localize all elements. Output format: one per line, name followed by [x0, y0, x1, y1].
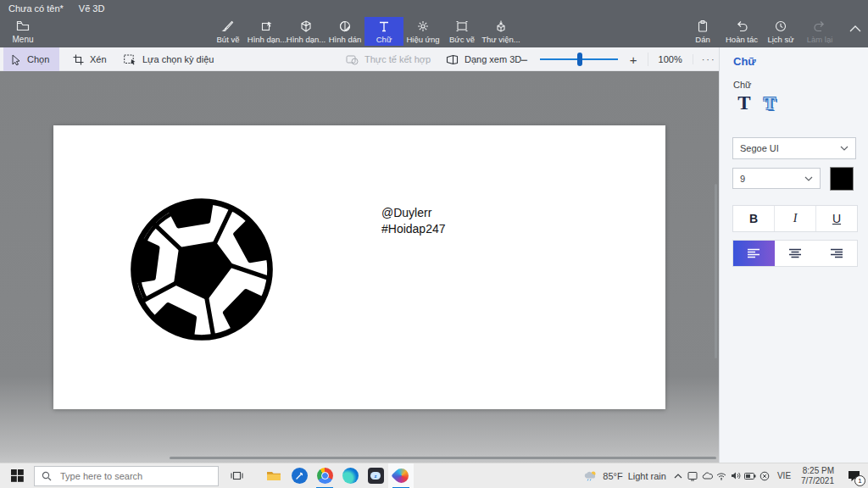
- font-family-select[interactable]: Segoe UI: [732, 137, 856, 159]
- tool-label: Hình dán: [329, 35, 362, 44]
- onedrive-icon[interactable]: [700, 463, 715, 488]
- zalo-button[interactable]: z: [363, 463, 388, 488]
- crop-icon: [73, 54, 84, 65]
- work-area: @Duylerr #Hoidap247: [0, 71, 719, 463]
- tool-label: Hình dạn...: [287, 35, 326, 44]
- zoom-slider[interactable]: [540, 58, 618, 60]
- tool-stickers[interactable]: Hình dán: [326, 17, 364, 46]
- magic-select-button[interactable]: Lựa chọn kỳ diệu: [115, 47, 222, 71]
- zoom-level[interactable]: 100%: [648, 53, 693, 66]
- edge-icon: [342, 468, 359, 484]
- chevron-down-icon: [840, 146, 849, 151]
- text-color-swatch[interactable]: [830, 167, 854, 191]
- mixed-reality-icon: [346, 54, 359, 65]
- align-center-button[interactable]: [775, 241, 816, 266]
- bold-button[interactable]: B: [733, 206, 775, 231]
- view-3d-button[interactable]: Dạng xem 3D: [437, 47, 530, 71]
- tool-3d-shapes[interactable]: Hình dạn...: [287, 17, 326, 46]
- file-explorer-button[interactable]: [261, 463, 287, 488]
- effects-icon: [416, 19, 430, 33]
- redo-icon: [813, 19, 826, 33]
- battery-icon[interactable]: [743, 463, 758, 488]
- volume-icon[interactable]: [729, 463, 743, 488]
- tray-expand-chevron[interactable]: [671, 463, 686, 488]
- tool-canvas[interactable]: Bức vẽ: [442, 17, 481, 46]
- taskbar-search[interactable]: [34, 466, 219, 486]
- zoom-controls: − + 100% ···: [520, 47, 725, 71]
- align-right-button[interactable]: [815, 241, 857, 266]
- canvas-text-line1: @Duylerr: [381, 205, 446, 221]
- start-button[interactable]: [0, 463, 34, 488]
- underline-button[interactable]: U: [816, 206, 857, 231]
- paste-button[interactable]: Dán: [683, 17, 722, 46]
- crop-label: Xén: [90, 54, 107, 64]
- crop-button[interactable]: Xén: [64, 47, 115, 71]
- tool-3d-library[interactable]: Thư viện...: [481, 17, 520, 46]
- edit-actions: Dán Hoàn tác Lịch sử Làm lại: [683, 17, 839, 46]
- menu-icon: [16, 19, 30, 32]
- drawing-canvas[interactable]: @Duylerr #Hoidap247: [53, 125, 665, 409]
- text-2d-glyph: T: [737, 92, 750, 114]
- mixed-reality-button[interactable]: Thực tế kết hợp: [337, 47, 439, 71]
- align-left-button[interactable]: [733, 241, 775, 266]
- vertical-scrollbar[interactable]: [715, 184, 717, 358]
- text-style-buttons: B I U: [732, 205, 858, 232]
- tablet-mode-icon[interactable]: [686, 463, 700, 488]
- tool-brushes[interactable]: Bút vẽ: [209, 17, 248, 46]
- taskbar-clock[interactable]: 8:25 PM 7/7/2021: [796, 466, 839, 486]
- horizontal-scrollbar[interactable]: [170, 457, 716, 459]
- redo-button-disabled[interactable]: Làm lại: [800, 17, 839, 46]
- panel-title: Chữ: [733, 55, 756, 68]
- titlebar: Chưa có tên* Vẽ 3D: [8, 3, 104, 14]
- history-button[interactable]: Lịch sử: [761, 17, 800, 46]
- tool-label: Bức vẽ: [449, 35, 475, 44]
- paste-icon: [696, 19, 709, 33]
- blue-app-icon: [292, 468, 308, 484]
- search-icon: [42, 471, 52, 481]
- history-icon: [774, 19, 787, 33]
- shapes-3d-icon: [299, 19, 313, 33]
- font-size-value: 9: [740, 174, 745, 184]
- document-title: Chưa có tên*: [8, 3, 64, 14]
- notification-badge: 1: [854, 475, 865, 486]
- taskbar: z 85°F Light rain: [0, 463, 868, 488]
- eye-control-icon[interactable]: [758, 463, 772, 488]
- network-icon[interactable]: [715, 463, 729, 488]
- select-cursor-icon: [12, 54, 21, 65]
- zoom-in-button[interactable]: +: [630, 53, 637, 67]
- library-3d-icon: [494, 19, 508, 33]
- tool-label: Lịch sử: [767, 35, 793, 44]
- tool-effects[interactable]: Hiệu ứng: [403, 17, 442, 46]
- align-right-icon: [830, 248, 843, 258]
- zoom-out-button[interactable]: −: [520, 53, 528, 67]
- canvas-text-block[interactable]: @Duylerr #Hoidap247: [381, 205, 446, 237]
- tool-text[interactable]: Chữ: [364, 17, 403, 46]
- tool-label: Bút vẽ: [217, 35, 240, 44]
- ribbon-bar: Chọn Xén Lựa chọn kỳ diệu Thực tế kết hợ…: [0, 47, 719, 71]
- magic-select-label: Lựa chọn kỳ diệu: [142, 54, 214, 64]
- action-center-button[interactable]: 1: [839, 463, 868, 488]
- language-indicator[interactable]: VIE: [772, 471, 796, 480]
- font-size-select[interactable]: 9: [732, 168, 821, 189]
- select-label: Chọn: [27, 54, 49, 64]
- text-3d-button[interactable]: T: [759, 92, 781, 115]
- chrome-icon: [317, 468, 333, 484]
- undo-button[interactable]: Hoàn tác: [722, 17, 761, 46]
- taskbar-weather[interactable]: 85°F Light rain: [579, 470, 671, 481]
- chevron-down-icon: [804, 176, 813, 181]
- task-view-button[interactable]: [224, 463, 249, 488]
- tool-2d-shapes[interactable]: Hình dạn...: [248, 17, 287, 46]
- chrome-button[interactable]: [312, 463, 337, 488]
- zoom-slider-thumb[interactable]: [577, 53, 582, 66]
- tool-label: Hoàn tác: [726, 35, 758, 44]
- menu-button[interactable]: Menu: [3, 17, 42, 46]
- collapse-ribbon-chevron[interactable]: [849, 25, 861, 32]
- text-2d-button[interactable]: T: [733, 92, 755, 115]
- edge-button[interactable]: [337, 463, 363, 488]
- select-button[interactable]: Chọn: [3, 47, 59, 71]
- app-blue-circle-button[interactable]: [287, 463, 312, 488]
- italic-button[interactable]: I: [775, 206, 816, 231]
- search-input[interactable]: [58, 470, 198, 482]
- soccer-ball-image[interactable]: [125, 193, 278, 346]
- paint3d-taskbar-button[interactable]: [388, 463, 414, 488]
